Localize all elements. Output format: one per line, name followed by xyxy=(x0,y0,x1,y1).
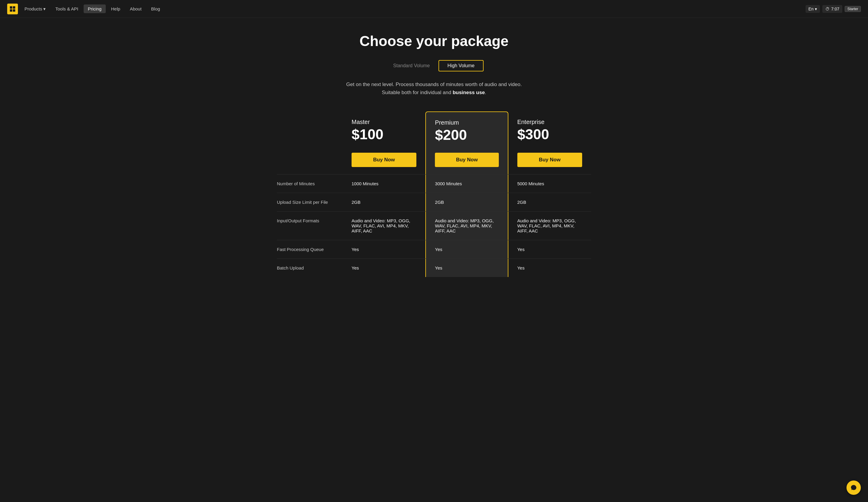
premium-buy-button[interactable]: Buy Now xyxy=(435,153,498,167)
upload-row: Upload Size Limit per File 2GB 2GB 2GB xyxy=(277,193,591,211)
premium-batch-upload: Yes xyxy=(425,259,508,277)
nav-right: En ▾ ⏱ 7:07 Starter xyxy=(806,5,861,13)
plan-badge: Starter xyxy=(845,6,861,12)
business-use-link[interactable]: business use xyxy=(453,90,485,95)
master-plan-header: Master $100 xyxy=(343,111,425,148)
nav-help[interactable]: Help xyxy=(107,4,125,13)
feature-rows: Number of Minutes 1000 Minutes 3000 Minu… xyxy=(277,174,591,277)
nav-pricing[interactable]: Pricing xyxy=(84,4,106,13)
main-content: Choose your package Standard Volume High… xyxy=(270,18,598,301)
enterprise-batch-upload: Yes xyxy=(508,259,591,277)
enterprise-minutes: 5000 Minutes xyxy=(508,174,591,193)
navbar: Products ▾ Tools & API Pricing Help Abou… xyxy=(0,0,868,18)
chevron-down-icon: ▾ xyxy=(815,7,817,11)
high-volume-toggle[interactable]: High Volume xyxy=(438,60,484,71)
plan-headers: Master $100 Premium $200 Enterprise $300 xyxy=(277,111,591,148)
language-selector[interactable]: En ▾ xyxy=(806,5,820,13)
premium-buy-cell: Buy Now xyxy=(425,148,508,174)
enterprise-upload: 2GB xyxy=(508,193,591,211)
premium-plan-name: Premium xyxy=(435,119,498,126)
nav-blog[interactable]: Blog xyxy=(147,4,164,13)
enterprise-fast-queue: Yes xyxy=(508,240,591,258)
minutes-label: Number of Minutes xyxy=(277,174,343,193)
nav-tools-api[interactable]: Tools & API xyxy=(51,4,82,13)
master-plan-price: $100 xyxy=(352,127,416,143)
master-minutes: 1000 Minutes xyxy=(343,174,425,193)
fast-queue-row: Fast Processing Queue Yes Yes Yes xyxy=(277,240,591,258)
enterprise-plan-header: Enterprise $300 xyxy=(508,111,591,148)
nav-items: Products ▾ Tools & API Pricing Help Abou… xyxy=(20,4,806,13)
enterprise-plan-price: $300 xyxy=(517,127,582,143)
formats-label: Input/Output Formats xyxy=(277,212,343,240)
clock-icon: ⏱ xyxy=(825,7,829,11)
premium-formats: Audio and Video: MP3, OGG, WAV, FLAC, AV… xyxy=(425,212,508,240)
enterprise-buy-cell: Buy Now xyxy=(508,148,591,174)
timer-display: ⏱ 7:07 xyxy=(822,5,842,13)
subtitle: Get on the next level. Process thousands… xyxy=(337,80,531,96)
chevron-down-icon: ▾ xyxy=(43,6,46,12)
batch-upload-row: Batch Upload Yes Yes Yes xyxy=(277,258,591,277)
upload-label: Upload Size Limit per File xyxy=(277,193,343,211)
formats-row: Input/Output Formats Audio and Video: MP… xyxy=(277,211,591,240)
batch-upload-label: Batch Upload xyxy=(277,259,343,277)
svg-rect-3 xyxy=(13,9,15,12)
premium-fast-queue: Yes xyxy=(425,240,508,258)
svg-rect-1 xyxy=(13,6,15,9)
svg-rect-0 xyxy=(10,6,12,9)
buy-row-empty xyxy=(277,148,343,174)
chat-support-button[interactable] xyxy=(847,481,861,495)
enterprise-formats: Audio and Video: MP3, OGG, WAV, FLAC, AV… xyxy=(508,212,591,240)
enterprise-buy-button[interactable]: Buy Now xyxy=(517,153,582,167)
premium-minutes: 3000 Minutes xyxy=(425,174,508,193)
logo[interactable] xyxy=(7,3,18,14)
master-buy-button[interactable]: Buy Now xyxy=(352,153,416,167)
enterprise-plan-name: Enterprise xyxy=(517,119,582,125)
volume-toggle: Standard Volume High Volume xyxy=(277,60,591,71)
premium-plan-header: Premium $200 xyxy=(425,111,508,148)
premium-upload: 2GB xyxy=(425,193,508,211)
master-fast-queue: Yes xyxy=(343,240,425,258)
minutes-row: Number of Minutes 1000 Minutes 3000 Minu… xyxy=(277,174,591,193)
premium-plan-price: $200 xyxy=(435,127,498,143)
nav-about[interactable]: About xyxy=(126,4,146,13)
master-upload: 2GB xyxy=(343,193,425,211)
master-formats: Audio and Video: MP3, OGG, WAV, FLAC, AV… xyxy=(343,212,425,240)
page-title: Choose your package xyxy=(277,33,591,49)
fast-queue-label: Fast Processing Queue xyxy=(277,240,343,258)
feature-column-header xyxy=(277,111,343,148)
chat-icon xyxy=(850,484,857,491)
pricing-table: Master $100 Premium $200 Enterprise $300… xyxy=(277,111,591,277)
master-buy-cell: Buy Now xyxy=(343,148,425,174)
nav-products[interactable]: Products ▾ xyxy=(20,4,50,13)
master-batch-upload: Yes xyxy=(343,259,425,277)
standard-volume-toggle[interactable]: Standard Volume xyxy=(384,60,438,71)
svg-rect-2 xyxy=(10,9,12,12)
logo-icon xyxy=(9,6,16,12)
master-plan-name: Master xyxy=(352,119,416,125)
buy-now-row: Buy Now Buy Now Buy Now xyxy=(277,148,591,174)
